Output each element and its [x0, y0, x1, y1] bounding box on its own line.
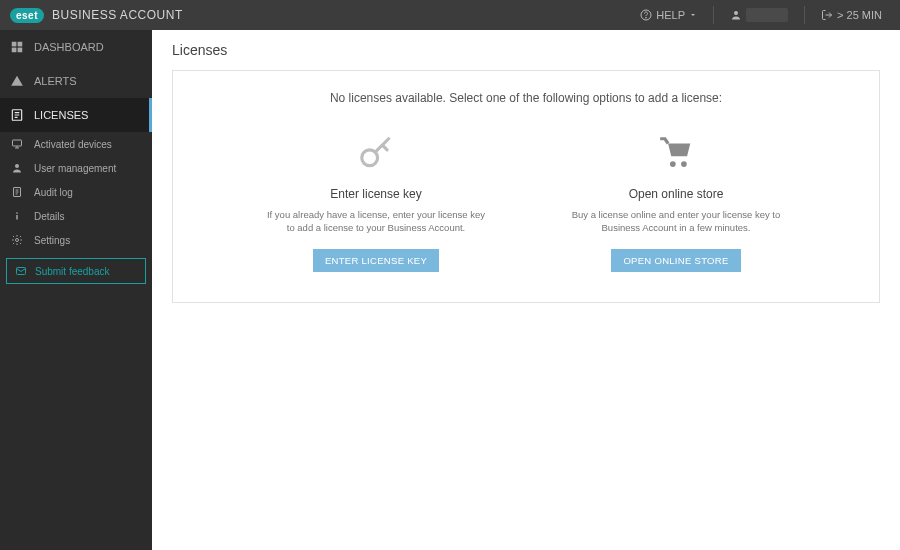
info-icon — [10, 210, 24, 222]
sidebar-item-label: User management — [34, 163, 116, 174]
option-title: Open online store — [629, 187, 724, 201]
page-title: Licenses — [172, 42, 880, 58]
sidebar-item-activated-devices[interactable]: Activated devices — [0, 132, 152, 156]
separator — [713, 6, 714, 24]
svg-rect-5 — [12, 48, 17, 53]
help-label: HELP — [656, 9, 685, 21]
sidebar-item-label: Audit log — [34, 187, 73, 198]
alert-icon — [10, 74, 24, 88]
licenses-intro-text: No licenses available. Select one of the… — [183, 91, 869, 105]
user-name-placeholder — [746, 8, 788, 22]
user-icon — [10, 162, 24, 174]
app-header: eset BUSINESS ACCOUNT HELP > 25 MIN — [0, 0, 900, 30]
help-menu[interactable]: HELP — [632, 0, 705, 30]
user-menu[interactable] — [722, 0, 796, 30]
separator — [804, 6, 805, 24]
main-content: Licenses No licenses available. Select o… — [152, 30, 900, 550]
user-icon — [730, 9, 742, 21]
svg-point-13 — [16, 239, 19, 242]
sidebar-item-details[interactable]: Details — [0, 204, 152, 228]
svg-rect-3 — [12, 42, 17, 47]
chevron-down-icon — [689, 11, 697, 19]
enter-license-key-button[interactable]: ENTER LICENSE KEY — [313, 249, 439, 272]
option-description: If you already have a license, enter you… — [266, 209, 486, 235]
dashboard-icon — [10, 40, 24, 54]
session-timeout[interactable]: > 25 MIN — [813, 0, 890, 30]
header-right: HELP > 25 MIN — [632, 0, 900, 30]
logout-icon — [821, 9, 833, 21]
sidebar-item-label: Details — [34, 211, 65, 222]
svg-point-16 — [670, 161, 676, 167]
monitor-icon — [10, 138, 24, 150]
submit-feedback-button[interactable]: Submit feedback — [6, 258, 146, 284]
license-options: Enter license key If you already have a … — [183, 133, 869, 272]
svg-rect-4 — [18, 42, 23, 47]
sidebar-item-label: Activated devices — [34, 139, 112, 150]
document-icon — [10, 186, 24, 198]
sidebar: DASHBOARD ALERTS LICENSES Activated devi… — [0, 30, 152, 550]
sidebar-item-licenses[interactable]: LICENSES — [0, 98, 152, 132]
license-icon — [10, 108, 24, 122]
help-icon — [640, 9, 652, 21]
brand-title: BUSINESS ACCOUNT — [52, 8, 183, 22]
svg-point-9 — [15, 164, 19, 168]
feedback-label: Submit feedback — [35, 266, 110, 277]
option-enter-license-key: Enter license key If you already have a … — [266, 133, 486, 272]
option-open-online-store: Open online store Buy a license online a… — [566, 133, 786, 272]
sidebar-item-alerts[interactable]: ALERTS — [0, 64, 152, 98]
brand-block: eset BUSINESS ACCOUNT — [0, 8, 183, 23]
sidebar-item-audit-log[interactable]: Audit log — [0, 180, 152, 204]
sidebar-item-user-management[interactable]: User management — [0, 156, 152, 180]
feedback-icon — [15, 265, 27, 277]
sidebar-item-label: ALERTS — [34, 75, 77, 87]
svg-point-12 — [16, 212, 18, 214]
licenses-card: No licenses available. Select one of the… — [172, 70, 880, 303]
timeout-label: > 25 MIN — [837, 9, 882, 21]
sidebar-item-settings[interactable]: Settings — [0, 228, 152, 252]
cart-icon — [656, 133, 696, 173]
svg-rect-6 — [18, 48, 23, 53]
sidebar-item-dashboard[interactable]: DASHBOARD — [0, 30, 152, 64]
svg-point-17 — [681, 161, 687, 167]
svg-point-2 — [734, 11, 738, 15]
svg-rect-11 — [16, 215, 18, 220]
sidebar-item-label: LICENSES — [34, 109, 88, 121]
gear-icon — [10, 234, 24, 246]
option-title: Enter license key — [330, 187, 421, 201]
sidebar-item-label: DASHBOARD — [34, 41, 104, 53]
key-icon — [356, 133, 396, 173]
eset-logo: eset — [10, 8, 44, 23]
svg-point-1 — [646, 17, 647, 18]
svg-rect-8 — [13, 140, 22, 146]
sidebar-item-label: Settings — [34, 235, 70, 246]
open-online-store-button[interactable]: OPEN ONLINE STORE — [611, 249, 740, 272]
option-description: Buy a license online and enter your lice… — [566, 209, 786, 235]
